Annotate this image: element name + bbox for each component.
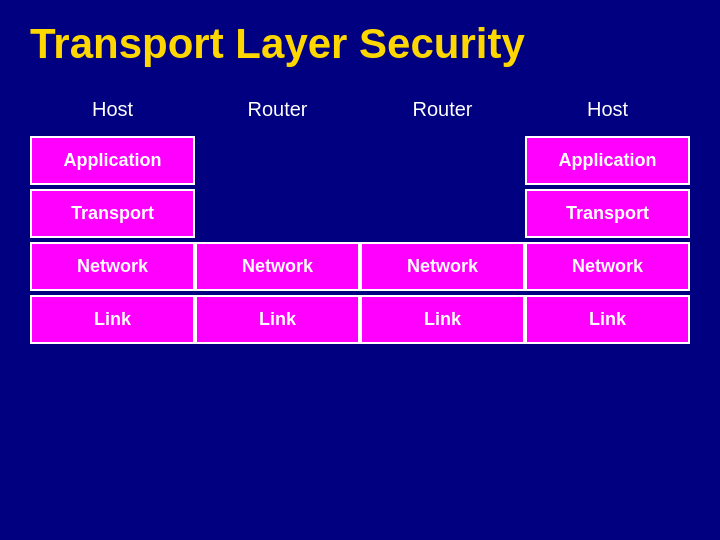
layer-application-router-right [360,136,525,185]
layer-application-host-right: Application [525,136,690,185]
layer-transport-router-right [360,189,525,238]
layer-link-host-left: Link [30,295,195,344]
layer-network-router-right: Network [360,242,525,291]
col-header-host-left: Host [30,98,195,121]
layer-network-host-right: Network [525,242,690,291]
layer-transport-host-right: Transport [525,189,690,238]
layer-network-router-left: Network [195,242,360,291]
column-router-left: Router Network Link [195,98,360,348]
layer-network-host-left: Network [30,242,195,291]
col-header-router-left: Router [195,98,360,121]
col-header-router-right: Router [360,98,525,121]
column-host-left: Host Application Transport Network Link [30,98,195,348]
layer-link-router-left: Link [195,295,360,344]
column-router-right: Router Network Link [360,98,525,348]
column-host-right: Host Application Transport Network Link [525,98,690,348]
diagram-columns: Host Application Transport Network Link … [30,98,690,348]
layer-link-router-right: Link [360,295,525,344]
layer-application-router-left [195,136,360,185]
layer-transport-host-left: Transport [30,189,195,238]
page-title: Transport Layer Security [30,20,690,68]
col-header-host-right: Host [525,98,690,121]
layer-link-host-right: Link [525,295,690,344]
page: Transport Layer Security Host Applicatio… [0,0,720,540]
layer-transport-router-left [195,189,360,238]
layer-application-host-left: Application [30,136,195,185]
